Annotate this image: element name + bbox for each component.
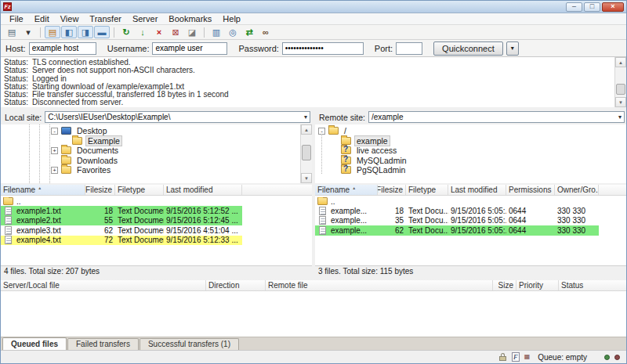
log-scrollbar[interactable]: ▲ ▼ bbox=[614, 57, 626, 107]
chevron-down-icon[interactable]: ▾ bbox=[618, 114, 622, 121]
column-header-filename[interactable]: Filename▲ bbox=[1, 185, 85, 195]
toggle-message-log-button[interactable]: ▤ bbox=[45, 26, 60, 38]
file-row[interactable]: .. bbox=[1, 196, 242, 206]
column-header-permissions[interactable]: Permissions bbox=[506, 185, 555, 195]
quickconnect-dropdown[interactable]: ▾ bbox=[506, 41, 519, 56]
reconnect-button[interactable]: ◪ bbox=[184, 26, 200, 38]
file-row[interactable]: example2.txt 55 Text Document 9/15/2016 … bbox=[1, 216, 242, 225]
column-header-filetype[interactable]: Filetype bbox=[115, 185, 164, 195]
column-header-size[interactable]: Size bbox=[493, 280, 516, 290]
sort-ascending-icon: ▲ bbox=[38, 186, 42, 190]
column-header-filesize[interactable]: Filesize bbox=[85, 185, 115, 195]
site-manager-dropdown[interactable]: ▾ bbox=[20, 26, 36, 38]
username-input[interactable] bbox=[152, 42, 227, 55]
menu-file[interactable]: File bbox=[4, 13, 29, 24]
local-pane-status: 4 files. Total size: 207 bytes bbox=[1, 265, 312, 277]
scroll-up-icon[interactable]: ▲ bbox=[615, 57, 626, 67]
filter-button[interactable]: ▥ bbox=[208, 26, 224, 38]
column-header-server-local-file[interactable]: Server/Local file bbox=[1, 280, 206, 290]
scroll-down-icon[interactable]: ▼ bbox=[615, 97, 626, 107]
queue-tab[interactable]: Queued files bbox=[2, 337, 67, 350]
tree-item[interactable]: MySQLadmin bbox=[315, 156, 626, 166]
password-input[interactable] bbox=[282, 42, 364, 55]
file-row[interactable]: example... 18 Text Docu... 9/15/2016 5:0… bbox=[315, 206, 599, 215]
toolbar-separator[interactable] bbox=[204, 27, 205, 38]
column-header-priority[interactable]: Priority bbox=[516, 280, 559, 290]
find-files-button[interactable]: ∞ bbox=[258, 26, 274, 38]
host-input[interactable] bbox=[29, 42, 96, 55]
column-header-filename[interactable]: Filename▲ bbox=[315, 185, 378, 195]
scroll-down-icon[interactable]: ▼ bbox=[301, 173, 312, 183]
remote-site-bar: Remote site: /example ▾ bbox=[315, 110, 626, 124]
tree-item[interactable]: live access bbox=[315, 146, 626, 156]
host-label: Host: bbox=[5, 44, 26, 53]
queue-tab[interactable]: Failed transfers bbox=[67, 338, 139, 350]
toolbar-separator[interactable] bbox=[40, 27, 41, 38]
folder-icon bbox=[341, 166, 351, 174]
tree-item[interactable]: - / bbox=[315, 126, 626, 136]
remote-site-combobox[interactable]: /example ▾ bbox=[368, 111, 625, 123]
toggle-local-tree-button[interactable]: ◧ bbox=[61, 26, 77, 38]
file-row[interactable]: example3.txt 62 Text Document 9/15/2016 … bbox=[1, 225, 242, 235]
tree-item[interactable]: + Documents bbox=[1, 146, 300, 156]
local-site-combobox[interactable]: C:\Users\IEUser\Desktop\Example\ ▾ bbox=[45, 111, 310, 123]
menu-bookmarks[interactable]: Bookmarks bbox=[163, 13, 217, 24]
menu-transfer[interactable]: Transfer bbox=[84, 13, 127, 24]
local-tree-scrollbar[interactable]: ▲ ▼ bbox=[300, 124, 312, 183]
process-queue-button[interactable]: ↓ bbox=[135, 26, 150, 38]
file-row[interactable]: .. bbox=[315, 196, 599, 206]
expander-icon[interactable]: + bbox=[51, 147, 58, 154]
disconnect-button[interactable]: ⊠ bbox=[168, 26, 183, 38]
maximize-button[interactable]: □ bbox=[584, 2, 600, 12]
file-row[interactable]: example1.txt 18 Text Document 9/15/2016 … bbox=[1, 206, 242, 215]
site-manager-button[interactable]: ▤ bbox=[4, 26, 20, 38]
menu-server[interactable]: Server bbox=[127, 13, 163, 24]
column-header-owner-group[interactable]: Owner/Gro... bbox=[555, 185, 599, 195]
column-header-remote-file[interactable]: Remote file bbox=[266, 280, 493, 290]
cancel-button[interactable]: × bbox=[151, 26, 167, 38]
file-icon bbox=[319, 226, 326, 235]
port-input[interactable] bbox=[396, 42, 422, 55]
column-header-filesize[interactable]: Filesize bbox=[378, 185, 406, 195]
close-button[interactable]: × bbox=[602, 2, 624, 12]
file-row[interactable]: example... 35 Text Docu... 9/15/2016 5:0… bbox=[315, 216, 599, 225]
tree-item[interactable]: - Desktop bbox=[1, 126, 300, 136]
column-header-filetype[interactable]: Filetype bbox=[406, 185, 448, 195]
file-icon bbox=[5, 236, 12, 244]
toolbar: ▤ ▾ ▤ ◧ ◨ ▬ ↻ ↓ × ⊠ ◪ ▥ ◎ bbox=[1, 25, 626, 40]
scrollbar-thumb[interactable] bbox=[616, 84, 625, 95]
tree-item[interactable]: Example bbox=[1, 136, 300, 146]
column-header-last-modified[interactable]: Last modified bbox=[448, 185, 506, 195]
tree-item[interactable]: PgSQLadmin bbox=[315, 165, 626, 175]
column-header-last-modified[interactable]: Last modified bbox=[164, 185, 242, 195]
tree-item[interactable]: Downloads bbox=[1, 156, 300, 166]
scroll-up-icon[interactable]: ▲ bbox=[301, 124, 312, 135]
menu-help[interactable]: Help bbox=[217, 13, 246, 24]
expander-icon[interactable]: - bbox=[51, 128, 58, 135]
quickconnect-button[interactable]: Quickconnect bbox=[433, 41, 503, 56]
column-header-direction[interactable]: Direction bbox=[206, 280, 266, 290]
minimize-button[interactable]: – bbox=[566, 2, 582, 12]
toggle-queue-button[interactable]: ▬ bbox=[94, 26, 110, 38]
filezilla-logo-icon: Fz bbox=[3, 2, 12, 11]
tree-item[interactable]: + Favorites bbox=[1, 165, 300, 175]
scrollbar-thumb[interactable] bbox=[302, 145, 311, 160]
tree-item[interactable]: example bbox=[315, 136, 626, 146]
menu-edit[interactable]: Edit bbox=[29, 13, 55, 24]
local-file-list: .. example1.txt 18 Text Document 9/15/20… bbox=[1, 196, 312, 265]
directory-comparison-button[interactable]: ◎ bbox=[225, 26, 241, 38]
expander-icon[interactable]: + bbox=[51, 167, 58, 174]
activity-indicator-green-icon bbox=[604, 355, 610, 360]
folder-icon bbox=[61, 146, 71, 154]
menu-view[interactable]: View bbox=[55, 13, 85, 24]
file-row[interactable]: example... 62 Text Docu... 9/15/2016 5:0… bbox=[315, 225, 599, 235]
toggle-remote-tree-button[interactable]: ◨ bbox=[78, 26, 93, 38]
chevron-down-icon[interactable]: ▾ bbox=[304, 114, 307, 121]
synchronized-browsing-button[interactable]: ⇄ bbox=[241, 26, 257, 38]
file-row[interactable]: example4.txt 72 Text Document 9/15/2016 … bbox=[1, 236, 242, 245]
toolbar-separator[interactable] bbox=[114, 27, 114, 38]
queue-tab[interactable]: Successful transfers (1) bbox=[140, 338, 239, 350]
column-header-status[interactable]: Status bbox=[559, 280, 626, 290]
refresh-button[interactable]: ↻ bbox=[118, 26, 134, 38]
tree-guide-line bbox=[49, 124, 50, 183]
